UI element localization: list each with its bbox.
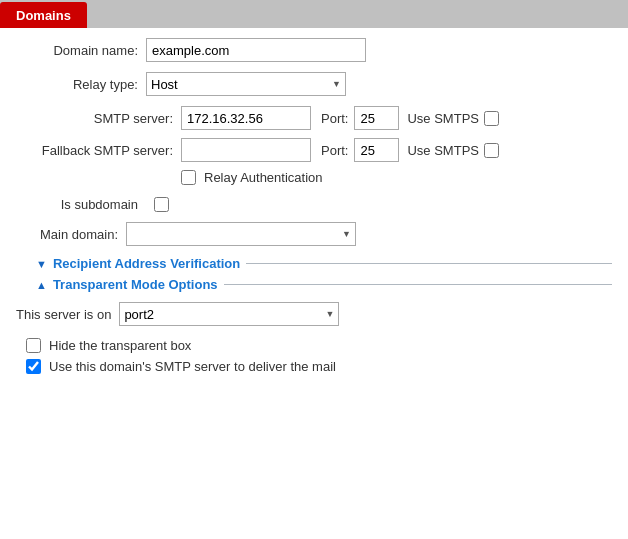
subdomain-row: Is subdomain <box>16 197 612 212</box>
fallback-smtp-input[interactable] <box>181 138 311 162</box>
smtp-port-label: Port: <box>321 111 348 126</box>
subdomain-label: Is subdomain <box>16 197 146 212</box>
server-select[interactable]: port2 port1 <box>119 302 339 326</box>
domain-name-row: Domain name: <box>16 38 612 62</box>
use-smtp-checkbox[interactable] <box>26 359 41 374</box>
fallback-smtp-row: Fallback SMTP server: Port: Use SMTPS <box>16 138 612 162</box>
smtp-use-smtps-label: Use SMTPS <box>407 111 479 126</box>
tab-domains[interactable]: Domains <box>0 2 87 28</box>
server-select-wrapper: port2 port1 <box>119 302 339 326</box>
server-row: This server is on port2 port1 <box>16 302 612 326</box>
server-label: This server is on <box>16 307 119 322</box>
recipient-divider <box>246 263 612 264</box>
use-smtp-label: Use this domain's SMTP server to deliver… <box>49 359 336 374</box>
relay-type-row: Relay type: Host MX None <box>16 72 612 96</box>
domain-name-label: Domain name: <box>16 43 146 58</box>
domain-name-input[interactable] <box>146 38 366 62</box>
fallback-use-smtps-label: Use SMTPS <box>407 143 479 158</box>
hide-transparent-checkbox[interactable] <box>26 338 41 353</box>
form-content: Domain name: Relay type: Host MX None SM… <box>0 28 628 396</box>
transparent-section: ▲ Transparent Mode Options <box>16 277 612 292</box>
relay-type-select[interactable]: Host MX None <box>146 72 346 96</box>
main-domain-row: Main domain: <box>16 222 612 246</box>
recipient-arrow-icon[interactable]: ▼ <box>36 258 47 270</box>
smtp-server-row: SMTP server: Port: Use SMTPS <box>16 106 612 130</box>
fallback-smtp-label: Fallback SMTP server: <box>16 143 181 158</box>
hide-transparent-row: Hide the transparent box <box>16 338 612 353</box>
transparent-section-title[interactable]: Transparent Mode Options <box>53 277 218 292</box>
transparent-divider <box>224 284 612 285</box>
fallback-port-label: Port: <box>321 143 348 158</box>
recipient-section-title[interactable]: Recipient Address Verification <box>53 256 240 271</box>
main-domain-label: Main domain: <box>16 227 126 242</box>
smtp-server-label: SMTP server: <box>16 111 181 126</box>
tab-bar: Domains <box>0 0 628 28</box>
transparent-arrow-icon[interactable]: ▲ <box>36 279 47 291</box>
relay-auth-label: Relay Authentication <box>204 170 323 185</box>
smtp-server-input[interactable] <box>181 106 311 130</box>
hide-transparent-label: Hide the transparent box <box>49 338 191 353</box>
relay-auth-row: Relay Authentication <box>181 170 612 185</box>
main-domain-select-wrapper <box>126 222 356 246</box>
relay-type-label: Relay type: <box>16 77 146 92</box>
smtp-use-smtps-checkbox[interactable] <box>484 111 499 126</box>
recipient-section: ▼ Recipient Address Verification <box>16 256 612 271</box>
relay-type-select-wrapper: Host MX None <box>146 72 346 96</box>
subdomain-checkbox[interactable] <box>154 197 169 212</box>
use-smtp-row: Use this domain's SMTP server to deliver… <box>16 359 612 374</box>
fallback-use-smtps-checkbox[interactable] <box>484 143 499 158</box>
smtp-port-input[interactable] <box>354 106 399 130</box>
relay-auth-checkbox[interactable] <box>181 170 196 185</box>
main-domain-select[interactable] <box>126 222 356 246</box>
fallback-port-input[interactable] <box>354 138 399 162</box>
